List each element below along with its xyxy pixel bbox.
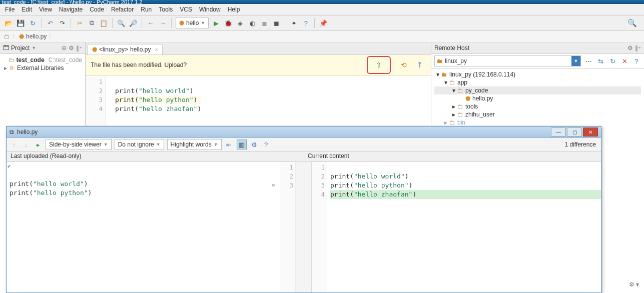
paste-icon[interactable]: 📋 xyxy=(99,18,108,28)
menu-code[interactable]: Code xyxy=(87,5,107,14)
breadcrumb-file[interactable]: ⬣hello.py xyxy=(19,33,47,40)
revert-icon[interactable]: ⟲ xyxy=(398,59,410,71)
forward-icon[interactable]: → xyxy=(158,18,167,28)
python-file-icon: ⬣ xyxy=(179,20,184,26)
titlebar: test_code - [C:\test_code] - \\hello.py … xyxy=(0,0,644,4)
chevron-down-icon: ▼ xyxy=(571,56,580,66)
remote-folder-app[interactable]: ▾🗀app xyxy=(434,78,641,86)
menu-file[interactable]: File xyxy=(2,5,18,14)
menu-navigate[interactable]: Navigate xyxy=(56,5,86,14)
menu-view[interactable]: View xyxy=(36,5,55,14)
remote-folder-tools[interactable]: ▸🗀tools xyxy=(434,102,641,110)
remote-root[interactable]: ▾🖿linux_py (192.168.0.114) xyxy=(434,70,641,78)
breadcrumb-root[interactable]: 🗀 xyxy=(4,33,10,40)
profile-icon[interactable]: ◐ xyxy=(248,18,257,28)
folder-icon: 🗀 xyxy=(457,103,463,110)
folder-icon: 🗀 xyxy=(449,119,455,126)
sep xyxy=(314,18,315,28)
highlight-combo[interactable]: Highlight words▼ xyxy=(167,139,222,150)
replace-icon[interactable]: 🔎 xyxy=(129,18,138,28)
gear-icon[interactable]: ⚙ xyxy=(627,44,633,52)
diff-line: print("hello world") xyxy=(330,172,601,181)
search-everywhere-icon[interactable]: 🔍 xyxy=(627,18,637,28)
project-root[interactable]: 🗀 test_code C:\test_code xyxy=(3,56,82,64)
viewer-combo[interactable]: Side-by-side viewer▼ xyxy=(46,139,112,150)
external-libraries[interactable]: ▸ ⊪ External Libraries xyxy=(3,64,82,72)
gear-icon[interactable]: ⚙ xyxy=(69,44,74,52)
menu-vcs[interactable]: VCS xyxy=(177,5,195,14)
sync-scroll-icon[interactable]: ▥ xyxy=(237,140,247,150)
collapse-icon[interactable]: ⇤ xyxy=(225,140,234,149)
merge-icon[interactable]: ⤒ xyxy=(414,59,426,71)
diff-titlebar[interactable]: ⧉ hello.py — ▢ ✕ xyxy=(7,126,601,138)
unpin-icon[interactable]: 📌 xyxy=(319,18,328,28)
remote-folder-zhihu[interactable]: ▸🗀zhihu_user xyxy=(434,110,641,118)
close-icon[interactable]: × xyxy=(155,46,158,52)
delete-icon[interactable]: ✕ xyxy=(620,56,629,66)
open-icon[interactable]: 📂 xyxy=(4,18,13,28)
gear-icon[interactable]: ⚙ ▾ xyxy=(629,281,639,288)
editor-tab[interactable]: ⬣ <linux_py> hello.py × xyxy=(88,44,163,54)
hide-icon[interactable]: ‖⁃ xyxy=(635,44,641,52)
project-scope-icon: 🗔 xyxy=(3,44,9,52)
run-config-combo[interactable]: ⬣ hello ▼ xyxy=(176,17,209,29)
copy-icon[interactable]: ⧉ xyxy=(87,18,96,28)
remote-server-combo[interactable]: 🖿linux_py ▼ xyxy=(434,56,581,66)
close-button[interactable]: ✕ xyxy=(583,128,598,136)
next-diff-icon[interactable]: ↓ xyxy=(22,140,31,149)
refresh-icon[interactable]: ↻ xyxy=(608,56,617,66)
save-icon[interactable]: 💾 xyxy=(16,18,25,28)
prev-diff-icon[interactable]: ↑ xyxy=(10,140,19,149)
folder-icon: 🗀 xyxy=(4,33,10,40)
debug-icon[interactable]: 🐞 xyxy=(224,18,233,28)
remote-folder-pycode[interactable]: ▾🗀py_code xyxy=(434,86,641,94)
upload-highlighted-action[interactable]: ⇪ xyxy=(367,56,391,74)
collapse-icon[interactable]: ⊖ xyxy=(62,44,67,52)
back-icon[interactable]: ← xyxy=(146,18,155,28)
chevron-down-icon[interactable]: ▼ xyxy=(32,46,36,50)
concurrency-icon[interactable]: ≣ xyxy=(260,18,269,28)
menu-help[interactable]: Help xyxy=(225,5,243,14)
remote-file-hello[interactable]: ⬣hello.py xyxy=(434,94,641,102)
diff-right[interactable]: 1 2 3 4 print("hello world") print("hell… xyxy=(312,162,601,292)
menu-tools[interactable]: Tools xyxy=(156,5,176,14)
diff-headers: Last uploaded (Read-only) Current conten… xyxy=(7,152,601,162)
menu-window[interactable]: Window xyxy=(196,5,224,14)
coverage-icon[interactable]: ◈ xyxy=(236,18,245,28)
python-file-icon: ⬣ xyxy=(92,46,97,53)
sep xyxy=(41,18,42,28)
sep xyxy=(285,18,285,28)
menu-edit[interactable]: Edit xyxy=(19,5,35,14)
apply-icon[interactable]: ▸ xyxy=(34,140,43,149)
hide-icon[interactable]: ‖⁃ xyxy=(76,44,82,52)
help-icon[interactable]: ? xyxy=(301,18,310,28)
gear-icon[interactable]: ⚙ xyxy=(250,140,259,149)
cut-icon[interactable]: ✂ xyxy=(75,18,84,28)
diff-left[interactable]: ✔ print("hello world") print("hello pyth… xyxy=(7,162,296,292)
diff-icon[interactable]: ⇆ xyxy=(596,56,605,66)
undo-icon[interactable]: ↶ xyxy=(46,18,55,28)
settings-icon[interactable]: ✦ xyxy=(289,18,298,28)
stop-icon[interactable]: ◼ xyxy=(272,18,281,28)
find-icon[interactable]: 🔍 xyxy=(117,18,126,28)
remote-folder-bin[interactable]: ▸🗀bin xyxy=(434,118,641,126)
more-icon[interactable]: ⋯ xyxy=(584,56,593,66)
diff-line xyxy=(330,163,601,172)
run-icon[interactable]: ▶ xyxy=(212,18,221,28)
server-icon: 🖿 xyxy=(441,71,447,78)
menu-refactor[interactable]: Refactor xyxy=(108,5,137,14)
python-file-icon: ⬣ xyxy=(19,33,24,40)
run-config-label: hello xyxy=(186,20,199,26)
chevron-down-icon: ▼ xyxy=(201,20,205,26)
ignore-combo[interactable]: Do not ignore▼ xyxy=(115,139,164,150)
help-icon[interactable]: ? xyxy=(262,140,271,149)
code-line: print("hello zhaofan") xyxy=(115,104,201,114)
redo-icon[interactable]: ↷ xyxy=(58,18,67,28)
transfer-icon[interactable]: » xyxy=(271,181,275,188)
help-icon[interactable]: ? xyxy=(632,56,641,66)
banner-message: The file has been modified. Upload? xyxy=(91,62,363,68)
sync-icon[interactable]: ↻ xyxy=(28,18,37,28)
menu-run[interactable]: Run xyxy=(138,5,155,14)
minimize-button[interactable]: — xyxy=(551,128,566,136)
maximize-button[interactable]: ▢ xyxy=(567,128,582,136)
